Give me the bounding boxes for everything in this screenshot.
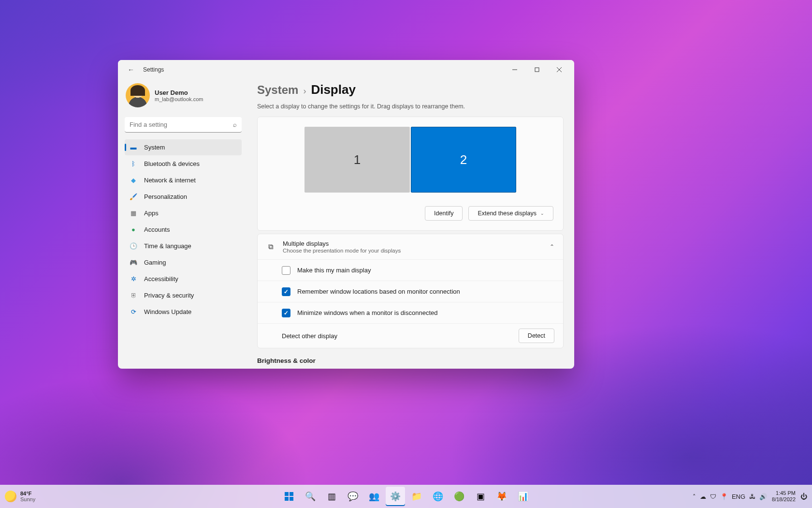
row-subtitle: Choose the presentation mode for your di… (283, 248, 542, 254)
main-content: System › Display Select a display to cha… (246, 79, 574, 369)
network-icon: ◆ (130, 177, 137, 184)
taskbar-app-chat[interactable]: 💬 (343, 487, 362, 506)
svg-rect-6 (285, 497, 289, 501)
update-icon: ⟳ (130, 308, 137, 316)
weather-temp: 84°F (20, 491, 35, 496)
option-label: Minimize windows when a monitor is disco… (297, 309, 554, 316)
option-label: Make this my main display (297, 267, 554, 274)
sidebar-item-bluetooth[interactable]: ᛒBluetooth & devices (125, 156, 242, 172)
svg-rect-5 (290, 492, 293, 496)
identify-button[interactable]: Identify (425, 206, 463, 221)
accessibility-icon: ✲ (130, 275, 137, 283)
profile-name: User Demo (155, 89, 203, 96)
minimize-button[interactable] (504, 62, 526, 77)
back-button[interactable]: ← (126, 64, 136, 75)
start-button[interactable] (279, 487, 299, 506)
multiple-displays-header[interactable]: ⧉ Multiple displays Choose the presentat… (258, 234, 563, 259)
taskbar-app-edge[interactable]: 🌐 (428, 487, 448, 506)
weather-cond: Sunny (20, 496, 35, 502)
checkbox-main-display[interactable] (282, 266, 290, 275)
sidebar: User Demo m_lab@outlook.com ⌕ ▬System ᛒB… (118, 79, 246, 369)
tray-onedrive-icon[interactable]: ☁ (700, 493, 706, 500)
svg-rect-4 (285, 492, 289, 496)
sidebar-item-system[interactable]: ▬System (125, 139, 242, 155)
weather-widget[interactable]: 84°F Sunny (5, 491, 35, 502)
taskbar-tray: ˄ ☁ 🛡 📍 ENG 🖧 🔊 1:45 PM 8/18/2022 ⏻ (693, 490, 807, 503)
monitor-arrangement[interactable]: 1 2 (267, 127, 553, 193)
taskbar-clock[interactable]: 1:45 PM 8/18/2022 (772, 490, 796, 503)
tray-network-icon[interactable]: 🖧 (749, 493, 755, 500)
profile-card[interactable]: User Demo m_lab@outlook.com (125, 81, 242, 114)
person-icon: ● (130, 226, 137, 234)
sidebar-item-gaming[interactable]: 🎮Gaming (125, 254, 242, 270)
sidebar-item-label: System (144, 144, 165, 151)
sidebar-item-privacy[interactable]: ⛨Privacy & security (125, 287, 242, 303)
tray-chevron-icon[interactable]: ˄ (693, 493, 696, 500)
page-hint: Select a display to change the settings … (257, 103, 564, 110)
globe-icon: 🕒 (130, 242, 137, 250)
sidebar-item-accounts[interactable]: ●Accounts (125, 222, 242, 238)
option-label: Detect other display (282, 332, 512, 340)
sidebar-item-label: Personalization (144, 193, 187, 200)
taskbar-app-other[interactable]: 📊 (513, 487, 533, 506)
maximize-button[interactable] (526, 62, 548, 77)
option-remember-window[interactable]: Remember window locations based on monit… (258, 281, 563, 302)
window-title: Settings (143, 66, 164, 73)
bluetooth-icon: ᛒ (130, 160, 137, 168)
detect-button[interactable]: Detect (519, 329, 554, 343)
tray-language[interactable]: ENG (732, 493, 745, 500)
tray-notifications-icon[interactable]: ⏻ (800, 493, 807, 500)
chevron-up-icon: ⌃ (550, 243, 554, 250)
taskbar-app-explorer[interactable]: 📁 (407, 487, 426, 506)
chevron-down-icon: ⌄ (540, 211, 544, 216)
taskbar-app-firefox[interactable]: 🦊 (492, 487, 511, 506)
monitor-2[interactable]: 2 (411, 127, 516, 193)
checkbox-minimize-disconnect[interactable] (282, 309, 290, 317)
option-detect-display: Detect other display Detect (258, 323, 563, 348)
taskbar-app-settings[interactable]: ⚙️ (386, 487, 405, 506)
option-minimize-disconnect[interactable]: Minimize windows when a monitor is disco… (258, 302, 563, 323)
tray-security-icon[interactable]: 🛡 (710, 493, 716, 500)
taskbar-app-edge-canary[interactable]: 🟢 (450, 487, 469, 506)
search-icon: ⌕ (233, 121, 237, 128)
taskbar-app-terminal[interactable]: ▣ (471, 487, 490, 506)
breadcrumb-parent[interactable]: System (257, 83, 298, 97)
taskbar-time: 1:45 PM (772, 490, 796, 496)
sidebar-item-apps[interactable]: ▦Apps (125, 205, 242, 221)
checkbox-remember-window[interactable] (282, 287, 290, 296)
breadcrumb: System › Display (257, 82, 564, 97)
gamepad-icon: 🎮 (130, 259, 137, 267)
apps-icon: ▦ (130, 209, 137, 217)
sidebar-item-label: Windows Update (144, 308, 191, 315)
sidebar-item-label: Accounts (144, 226, 170, 233)
tray-location-icon[interactable]: 📍 (720, 493, 728, 500)
display-mode-dropdown[interactable]: Extend these displays⌄ (468, 206, 553, 221)
page-title: Display (311, 82, 356, 97)
sidebar-item-accessibility[interactable]: ✲Accessibility (125, 271, 242, 287)
search-box[interactable]: ⌕ (125, 117, 242, 133)
sidebar-item-network[interactable]: ◆Network & internet (125, 172, 242, 188)
multiple-displays-icon: ⧉ (266, 242, 275, 251)
option-main-display[interactable]: Make this my main display (258, 259, 563, 281)
monitor-1[interactable]: 1 (304, 127, 410, 193)
brush-icon: 🖌️ (130, 193, 137, 201)
task-view-button[interactable]: ▥ (322, 487, 341, 506)
titlebar: ← Settings (118, 60, 574, 79)
monitor-icon: ▬ (130, 144, 137, 151)
svg-rect-1 (535, 68, 539, 72)
sidebar-item-update[interactable]: ⟳Windows Update (125, 304, 242, 320)
search-button[interactable]: 🔍 (301, 487, 320, 506)
row-title: Multiple displays (283, 240, 542, 247)
avatar (126, 83, 150, 107)
search-input[interactable] (125, 117, 242, 133)
close-button[interactable] (548, 62, 570, 77)
taskbar-app-teams[interactable]: 👥 (364, 487, 384, 506)
display-arrangement-panel: 1 2 Identify Extend these displays⌄ (257, 117, 564, 231)
sidebar-item-personalization[interactable]: 🖌️Personalization (125, 189, 242, 205)
svg-rect-7 (290, 497, 293, 501)
tray-volume-icon[interactable]: 🔊 (759, 493, 767, 500)
sidebar-item-label: Time & language (144, 242, 191, 250)
taskbar: 84°F Sunny 🔍 ▥ 💬 👥 ⚙️ 📁 🌐 🟢 ▣ 🦊 📊 ˄ ☁ 🛡 … (0, 485, 812, 508)
sidebar-item-time[interactable]: 🕒Time & language (125, 238, 242, 254)
profile-email: m_lab@outlook.com (155, 96, 203, 102)
